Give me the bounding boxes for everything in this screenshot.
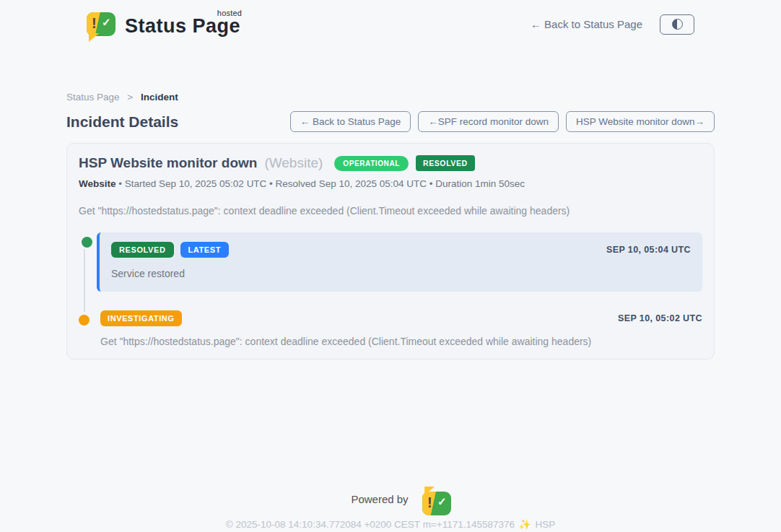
contrast-icon [672,19,683,30]
header-actions: ← Back to Status Page [531,14,694,35]
powered-by[interactable]: Powered by ! ✓ [351,492,429,506]
timeline-entry-investigating: INVESTIGATING SEP 10, 05:02 UTC Get "htt… [97,310,702,347]
prev-incident-button[interactable]: ←SPF record monitor down [418,111,559,132]
timeline-badges: RESOLVED LATEST [111,242,229,258]
logo-bubble-tail [89,33,99,42]
timeline-message: Get "https://hostedstatus.page": context… [100,336,702,347]
timeline-timestamp: SEP 10, 05:02 UTC [618,313,702,323]
status-page-logo-icon: ! ✓ [87,12,115,38]
copyright-text: © 2025-10-08 14:10:34.772084 +0200 CEST … [226,519,515,530]
page-title: Incident Details [66,113,178,131]
incident-nav-buttons: ← Back to Status Page ←SPF record monito… [290,111,715,132]
header-back-link[interactable]: ← Back to Status Page [531,18,642,30]
latest-badge: LATEST [180,242,230,258]
header: ! ✓ Status Page hosted ← Back to Status … [87,0,694,38]
back-to-status-page-button[interactable]: ← Back to Status Page [290,111,411,132]
resolved-badge: RESOLVED [111,242,174,258]
brand-hosted-tag: hosted [217,9,242,17]
timeline-entry-resolved: RESOLVED LATEST SEP 10, 05:04 UTC Servic… [97,232,702,292]
operational-status-badge: OPERATIONAL [334,156,409,171]
incident-card: HSP Website monitor down (Website) OPERA… [66,143,715,359]
main-content: Status Page > Incident Incident Details … [66,92,715,359]
powered-by-label: Powered by [351,493,408,505]
incident-title: HSP Website monitor down [79,155,257,171]
copyright-suffix: HSP [535,519,555,530]
timeline-dot-resolved [82,237,92,248]
title-row: Incident Details ← Back to Status Page ←… [66,111,715,132]
timeline-badges: INVESTIGATING [100,310,182,326]
timeline-entry-header: INVESTIGATING SEP 10, 05:02 UTC [100,310,702,326]
checkmark-icon: ✓ [102,16,111,29]
incident-timeline: RESOLVED LATEST SEP 10, 05:04 UTC Servic… [79,232,702,347]
investigating-badge: INVESTIGATING [100,310,182,326]
exclamation-icon: ! [92,15,97,32]
copyright-line: © 2025-10-08 14:10:34.772084 +0200 CEST … [0,518,781,530]
theme-toggle-button[interactable] [660,14,694,35]
incident-title-row: HSP Website monitor down (Website) OPERA… [79,155,702,171]
timeline-connector-line [84,241,85,312]
timeline-entry-header: RESOLVED LATEST SEP 10, 05:04 UTC [111,242,691,258]
resolved-status-badge: RESOLVED [416,155,475,171]
incident-meta: Website • Started Sep 10, 2025 05:02 UTC… [79,178,702,189]
brand-name: Status Page hosted [125,17,240,36]
timeline-dot-investigating [79,315,90,326]
incident-description: Get "https://hostedstatus.page": context… [79,205,702,217]
breadcrumb-separator: > [127,92,133,103]
next-incident-button[interactable]: HSP Website monitor down→ [566,111,715,132]
footer: Powered by ! ✓ © 2025-10-08 14:10:34.772… [0,492,781,530]
footer-logo-icon: ! ✓ [415,492,430,506]
brand-logo[interactable]: ! ✓ Status Page hosted [87,10,240,38]
breadcrumb-incident: Incident [141,92,178,103]
incident-component: (Website) [264,155,323,171]
logo-bubble [87,12,115,36]
timeline-timestamp: SEP 10, 05:04 UTC [606,245,691,255]
timeline-message: Service restored [111,268,691,279]
sparkles-icon: ✨ [519,519,531,530]
breadcrumb-status-page[interactable]: Status Page [66,92,120,103]
breadcrumb: Status Page > Incident [66,92,715,103]
incident-meta-component: Website [79,178,116,189]
incident-meta-times: • Started Sep 10, 2025 05:02 UTC • Resol… [116,178,525,189]
